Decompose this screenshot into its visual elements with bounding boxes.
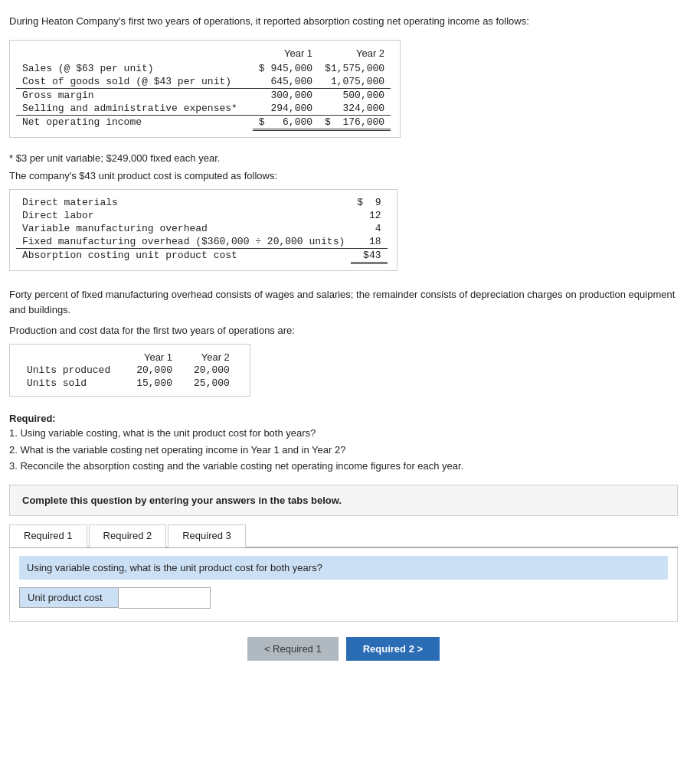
row-year2: 324,000: [319, 102, 391, 116]
next-button[interactable]: Required 2 >: [346, 637, 440, 661]
col-label-header: [16, 47, 253, 62]
net-label: Net operating income: [16, 115, 253, 129]
input-label: Unit product cost: [19, 587, 119, 608]
row-value: 12: [351, 209, 387, 222]
row-year2: 25,000: [183, 377, 240, 390]
input-row: Unit product cost: [19, 587, 668, 609]
product-cost-intro: The company's $43 unit product cost is c…: [9, 170, 678, 181]
table-row: Cost of goods sold (@ $43 per unit) 645,…: [16, 75, 391, 89]
table-row: Direct labor 12: [16, 209, 388, 222]
row-year1: 300,000: [253, 88, 319, 102]
list-item: 3. Reconcile the absorption costing and …: [9, 459, 678, 474]
production-data-intro: Production and cost data for the first t…: [9, 325, 678, 336]
financial-table-wrap: Year 1 Year 2 Sales (@ $63 per unit) $ 9…: [9, 40, 401, 138]
total-label: Absorption costing unit product cost: [16, 248, 351, 263]
nav-buttons: < Required 1 Required 2 >: [9, 637, 678, 661]
net-year1: $ 6,000: [253, 115, 319, 129]
page-content: During Heaton Company's first two years …: [0, 8, 687, 667]
row-year1: 645,000: [253, 75, 319, 89]
table-row: Units produced 20,000 20,000: [16, 364, 240, 377]
row-label: Direct labor: [16, 209, 351, 222]
description-text: Forty percent of fixed manufacturing ove…: [9, 287, 678, 319]
net-income-row: Net operating income $ 6,000 $ 176,000: [16, 115, 391, 129]
row-year2: 1,075,000: [319, 75, 391, 89]
row-value: 4: [351, 222, 387, 235]
row-year1: 15,000: [126, 377, 183, 390]
row-label: Gross margin: [16, 88, 253, 102]
tab-required-3[interactable]: Required 3: [168, 524, 246, 547]
net-year2: $ 176,000: [319, 115, 391, 129]
row-label: Cost of goods sold (@ $43 per unit): [16, 75, 253, 89]
row-year2: 20,000: [183, 364, 240, 377]
tab-required-2[interactable]: Required 2: [89, 524, 167, 547]
prod-table-header: Year 1 Year 2: [16, 351, 240, 364]
row-label: Sales (@ $63 per unit): [16, 62, 253, 75]
table-row: Sales (@ $63 per unit) $ 945,000 $1,575,…: [16, 62, 391, 75]
table-row: Gross margin 300,000 500,000: [16, 88, 391, 102]
complete-box: Complete this question by entering your …: [9, 485, 678, 516]
total-value: $43: [351, 248, 387, 263]
row-label: Units sold: [16, 377, 126, 390]
row-label: Fixed manufacturing overhead ($360,000 ÷…: [16, 235, 351, 249]
table-row: Selling and administrative expenses* 294…: [16, 102, 391, 116]
row-value: 18: [351, 235, 387, 249]
tab-content: Using variable costing, what is the unit…: [9, 548, 678, 622]
row-label: Selling and administrative expenses*: [16, 102, 253, 116]
tab-required-1[interactable]: Required 1: [9, 524, 87, 547]
row-label: Direct materials: [16, 196, 351, 209]
row-year2: $1,575,000: [319, 62, 391, 75]
col-year2-header: Year 2: [319, 47, 391, 62]
unit-product-cost-input[interactable]: [119, 587, 211, 609]
row-label: Units produced: [16, 364, 126, 377]
tab-question: Using variable costing, what is the unit…: [19, 556, 668, 580]
intro-text: During Heaton Company's first two years …: [9, 14, 678, 29]
financial-table: Year 1 Year 2 Sales (@ $63 per unit) $ 9…: [16, 47, 391, 131]
production-data-table: Year 1 Year 2 Units produced 20,000 20,0…: [16, 351, 240, 390]
table-row: Variable manufacturing overhead 4: [16, 222, 388, 235]
list-item: 1. Using variable costing, what is the u…: [9, 426, 678, 441]
production-data-wrap: Year 1 Year 2 Units produced 20,000 20,0…: [9, 344, 250, 397]
table-row: Units sold 15,000 25,000: [16, 377, 240, 390]
table-row: Direct materials $ 9: [16, 196, 388, 209]
row-year1: 20,000: [126, 364, 183, 377]
list-item: 2. What is the variable costing net oper…: [9, 443, 678, 458]
row-year2: 500,000: [319, 88, 391, 102]
product-cost-table: Direct materials $ 9 Direct labor 12 Var…: [16, 196, 388, 264]
footnote: * $3 per unit variable; $249,000 fixed e…: [9, 152, 678, 164]
table-row: Fixed manufacturing overhead ($360,000 ÷…: [16, 235, 388, 249]
row-year1: 294,000: [253, 102, 319, 116]
row-year1: $ 945,000: [253, 62, 319, 75]
tabs-row: Required 1 Required 2 Required 3: [9, 524, 678, 548]
prod-col-year1: Year 1: [126, 351, 183, 364]
required-section: Required: 1. Using variable costing, wha…: [9, 413, 678, 474]
required-title: Required:: [9, 413, 678, 424]
prod-col-year2: Year 2: [183, 351, 240, 364]
financial-table-header: Year 1 Year 2: [16, 47, 391, 62]
total-row: Absorption costing unit product cost $43: [16, 248, 388, 263]
col-year1-header: Year 1: [253, 47, 319, 62]
required-list: 1. Using variable costing, what is the u…: [9, 426, 678, 474]
prev-button[interactable]: < Required 1: [247, 637, 339, 661]
row-label: Variable manufacturing overhead: [16, 222, 351, 235]
row-value: $ 9: [351, 196, 387, 209]
prod-col-label: [16, 351, 126, 364]
product-cost-table-wrap: Direct materials $ 9 Direct labor 12 Var…: [9, 189, 397, 271]
